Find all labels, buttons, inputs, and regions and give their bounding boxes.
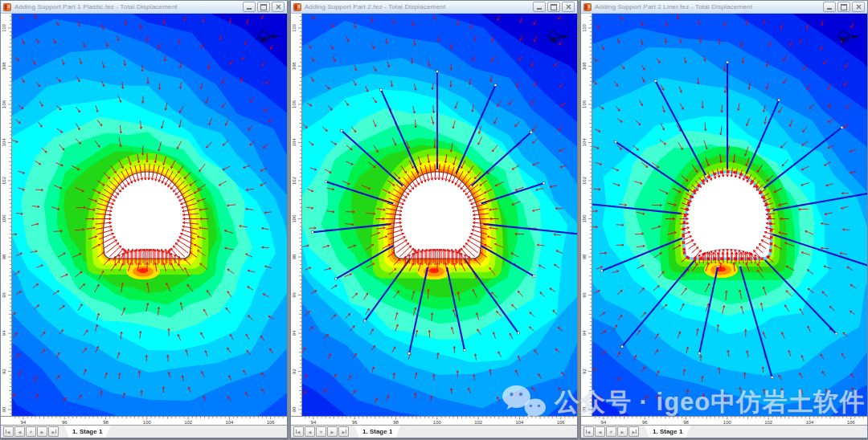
minimize-icon — [537, 8, 542, 10]
restore-button[interactable] — [257, 2, 270, 12]
stage-tab[interactable]: 1. Stage 1 — [64, 426, 110, 438]
model-view-canvas[interactable] — [592, 14, 867, 416]
document-window-3: Adding Support Part 2 Liner.fez - Total … — [580, 0, 868, 438]
minimize-icon — [247, 8, 252, 10]
svg-text:106: 106 — [1, 100, 6, 108]
svg-text:92: 92 — [1, 369, 6, 374]
svg-text:98: 98 — [581, 254, 586, 259]
stage-nav-buttons: ◀◀#▶▶ — [3, 426, 59, 438]
svg-text:102: 102 — [581, 176, 586, 185]
rs2-file-icon — [583, 3, 592, 11]
stage-nav-buttons: ◀◀#▶▶ — [583, 426, 639, 438]
svg-text:96: 96 — [291, 292, 296, 298]
close-button[interactable] — [852, 2, 865, 12]
close-icon — [566, 4, 571, 10]
restore-icon — [551, 4, 557, 10]
close-button[interactable] — [272, 2, 285, 12]
svg-text:92: 92 — [581, 369, 586, 374]
svg-text:110: 110 — [1, 23, 6, 31]
vertical-ruler: 1101081061041021009896949290 — [291, 14, 302, 416]
window-title: Adding Support Part 2.fez - Total Displa… — [305, 1, 530, 13]
svg-text:100: 100 — [581, 214, 586, 223]
previous-stage-button[interactable]: ◀ — [305, 426, 315, 437]
document-window-2: Adding Support Part 2.fez - Total Displa… — [290, 0, 578, 438]
previous-stage-button[interactable]: ◀ — [14, 426, 25, 437]
svg-text:108: 108 — [291, 62, 296, 71]
next-stage-button[interactable]: ▶ — [37, 426, 47, 437]
window-title: Adding Support Part 2 Liner.fez - Total … — [595, 1, 820, 13]
svg-text:94: 94 — [1, 330, 6, 336]
document-window-1: Adding Support Part 1 Plastic.fez - Tota… — [0, 0, 288, 438]
svg-text:106: 106 — [291, 100, 296, 108]
svg-text:104: 104 — [581, 138, 586, 147]
svg-text:110: 110 — [581, 23, 586, 31]
svg-text:100: 100 — [1, 214, 6, 223]
first-stage-button[interactable]: ◀ — [293, 426, 304, 437]
svg-text:94: 94 — [581, 330, 586, 336]
next-stage-button[interactable]: ▶ — [327, 426, 338, 437]
next-stage-button[interactable]: ▶ — [617, 426, 628, 437]
svg-text:98: 98 — [1, 254, 6, 259]
stage-list-button[interactable]: # — [316, 426, 326, 437]
svg-text:96: 96 — [581, 292, 586, 298]
window-titlebar[interactable]: Adding Support Part 1 Plastic.fez - Tota… — [1, 1, 287, 14]
svg-text:90: 90 — [581, 406, 586, 412]
window-title: Adding Support Part 1 Plastic.fez - Tota… — [14, 1, 240, 13]
svg-text:106: 106 — [581, 100, 586, 108]
svg-text:108: 108 — [581, 62, 586, 71]
close-button[interactable] — [562, 2, 575, 12]
stage-tab[interactable]: 1. Stage 1 — [645, 426, 690, 438]
svg-text:102: 102 — [1, 176, 6, 185]
horizontal-ruler: 949698100102104106 — [291, 416, 577, 425]
model-view-canvas[interactable] — [302, 14, 577, 416]
horizontal-ruler: 949698100102104106 — [1, 416, 287, 425]
last-stage-button[interactable]: ▶ — [338, 426, 349, 437]
window-titlebar[interactable]: Adding Support Part 2.fez - Total Displa… — [291, 1, 577, 14]
svg-text:94: 94 — [291, 330, 296, 336]
svg-text:90: 90 — [1, 406, 6, 412]
minimize-icon — [827, 8, 832, 10]
rs2-file-icon — [293, 3, 301, 11]
first-stage-button[interactable]: ◀ — [3, 426, 14, 437]
previous-stage-button[interactable]: ◀ — [595, 426, 605, 437]
close-icon — [276, 4, 281, 10]
stage-list-button[interactable]: # — [606, 426, 616, 437]
restore-button[interactable] — [837, 2, 850, 12]
svg-text:90: 90 — [291, 406, 296, 412]
minimize-button[interactable] — [243, 2, 256, 12]
vertical-ruler: 1101081061041021009896949290 — [581, 14, 592, 416]
svg-text:102: 102 — [291, 176, 296, 185]
svg-text:104: 104 — [291, 138, 296, 147]
rs2-file-icon — [3, 3, 11, 11]
vertical-ruler: 1101081061041021009896949290 — [1, 14, 12, 416]
last-stage-button[interactable]: ▶ — [628, 426, 639, 437]
svg-text:108: 108 — [1, 62, 6, 71]
first-stage-button[interactable]: ◀ — [583, 426, 594, 437]
stage-nav-buttons: ◀◀#▶▶ — [293, 426, 349, 438]
svg-text:110: 110 — [291, 23, 296, 31]
close-icon — [856, 4, 862, 10]
last-stage-button[interactable]: ▶ — [48, 426, 59, 437]
svg-text:92: 92 — [291, 369, 296, 374]
minimize-button[interactable] — [533, 2, 546, 12]
window-titlebar[interactable]: Adding Support Part 2 Liner.fez - Total … — [581, 1, 867, 14]
stage-tab-bar: ◀◀#▶▶ 1. Stage 1 — [1, 425, 287, 438]
restore-icon — [841, 4, 847, 10]
restore-icon — [260, 4, 267, 10]
minimize-button[interactable] — [823, 2, 836, 12]
stage-tab-bar: ◀◀#▶▶ 1. Stage 1 — [581, 425, 867, 438]
restore-button[interactable] — [547, 2, 560, 12]
stage-tab[interactable]: 1. Stage 1 — [354, 426, 400, 438]
stage-list-button[interactable]: # — [26, 426, 36, 437]
svg-text:104: 104 — [1, 138, 6, 147]
svg-text:96: 96 — [1, 292, 6, 298]
stage-tab-bar: ◀◀#▶▶ 1. Stage 1 — [291, 425, 577, 438]
model-view-canvas[interactable] — [12, 14, 287, 416]
svg-text:98: 98 — [291, 254, 296, 259]
svg-text:100: 100 — [291, 214, 296, 223]
horizontal-ruler: 949698100102104106 — [581, 416, 867, 425]
